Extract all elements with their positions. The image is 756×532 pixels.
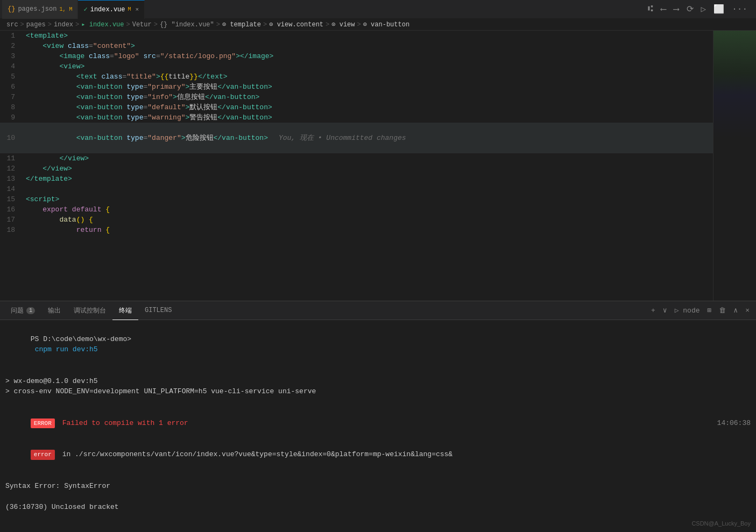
close-panel-icon[interactable]: ×	[743, 306, 752, 316]
open-changes-icon[interactable]: ⟳	[684, 3, 696, 16]
code-line: <van-button type="default">默认按钮</van-but…	[22, 102, 713, 112]
list-item: > cross-env NODE_ENV=development UNI_PLA…	[5, 386, 751, 397]
line-number: 2	[0, 41, 22, 51]
line-number: 11	[0, 153, 22, 164]
tab-terminal[interactable]: 终端	[112, 301, 138, 320]
breadcrumb-vetur[interactable]: Vetur	[132, 21, 152, 29]
tab-bar: {} pages.json 1, M ✓ index.vue M × ⑆ ⟵ ⟶…	[0, 0, 756, 19]
breadcrumb-vanbutton[interactable]: ⊙ van-button	[363, 20, 409, 29]
breadcrumb-indexvue2[interactable]: {} "index.vue"	[160, 21, 214, 29]
code-line	[22, 184, 713, 194]
code-line: <van-button type="info">信息按钮</van-button…	[22, 92, 713, 102]
line-number: 8	[0, 102, 22, 112]
terminal-content[interactable]: PS D:\code\demo\wx-demo> cnpm run dev:h5…	[0, 320, 756, 532]
code-panel[interactable]: 1 <template> 2 <view class="content"> 3 …	[0, 31, 713, 301]
line-number: 5	[0, 72, 22, 82]
table-row: 13 </template>	[0, 174, 713, 184]
error-badge: ERROR	[31, 418, 55, 429]
code-table: 1 <template> 2 <view class="content"> 3 …	[0, 31, 713, 235]
code-line: </view>	[22, 153, 713, 164]
list-item	[5, 491, 751, 502]
tab-close-btn[interactable]: ×	[136, 6, 139, 13]
table-row: 9 <van-button type="warning">警告按钮</van-b…	[0, 112, 713, 123]
table-row: 3 <image class="logo" src="/static/logo.…	[0, 51, 713, 61]
panel-tabs-right: + ∨ ▷ node ⊞ 🗑 ∧ ×	[649, 305, 752, 316]
breadcrumb-template[interactable]: ⊙ template	[222, 20, 261, 29]
tab-debug-console[interactable]: 调试控制台	[67, 301, 112, 320]
list-item: 34 |	[5, 523, 751, 533]
line-number: 13	[0, 174, 22, 184]
line-number: 3	[0, 51, 22, 61]
code-line: <template>	[22, 31, 713, 41]
new-terminal-btn[interactable]: +	[649, 306, 658, 316]
open-file-icon[interactable]: ▷	[699, 3, 709, 16]
go-back-icon[interactable]: ⟵	[659, 3, 668, 16]
code-line: <van-button type="warning">警告按钮</van-but…	[22, 112, 713, 123]
code-line: <script>	[22, 194, 713, 204]
chevron-down-icon[interactable]: ∨	[661, 305, 669, 316]
table-row: 1 <template>	[0, 31, 713, 41]
trash-icon[interactable]: 🗑	[717, 306, 728, 316]
code-line: <view>	[22, 61, 713, 72]
table-row: 18 return {	[0, 225, 713, 235]
list-item: Syntax Error: SyntaxError	[5, 481, 751, 492]
list-item: ERROR Failed to compile with 1 error14:0…	[5, 407, 751, 439]
tab-label-pages-json: pages.json	[18, 5, 56, 13]
split-terminal-icon[interactable]: ⊞	[705, 305, 714, 316]
line-number: 15	[0, 194, 22, 204]
breadcrumb-pages[interactable]: pages	[26, 21, 46, 29]
line-number: 17	[0, 215, 22, 225]
bottom-panel: 问题 1 输出 调试控制台 终端 GITLENS + ∨ ▷ node ⊞ 🗑 …	[0, 301, 756, 532]
table-row: 12 </view>	[0, 164, 713, 174]
table-row: 14	[0, 184, 713, 194]
code-line: return {	[22, 225, 713, 235]
breadcrumb-index[interactable]: index	[54, 21, 73, 29]
code-line: <image class="logo" src="/static/logo.pn…	[22, 51, 713, 61]
breadcrumb-view[interactable]: ⊙ view	[331, 20, 355, 29]
vue-icon: ✓	[83, 5, 87, 13]
chevron-up-icon[interactable]: ∧	[731, 305, 740, 316]
line-number: 6	[0, 82, 22, 92]
more-actions-icon[interactable]: ···	[730, 3, 750, 15]
table-row: 5 <text class="title">{{title}}</text>	[0, 72, 713, 82]
code-line: export default {	[22, 204, 713, 215]
table-row: 4 <view>	[0, 61, 713, 72]
table-row: 7 <van-button type="info">信息按钮</van-butt…	[0, 92, 713, 102]
line-number: 7	[0, 92, 22, 102]
code-line: <van-button type="primary">主要按钮</van-but…	[22, 82, 713, 92]
table-row: 15 <script>	[0, 194, 713, 204]
tab-output[interactable]: 输出	[41, 301, 67, 320]
split-view-icon[interactable]: ⬜	[711, 3, 726, 16]
list-item: > wx-demo@0.1.0 dev:h5	[5, 376, 751, 387]
code-line: <text class="title">{{title}}</text>	[22, 72, 713, 82]
minimap	[713, 31, 756, 301]
list-item: error in ./src/wxcomponents/vant/icon/in…	[5, 439, 751, 471]
table-row: 8 <van-button type="default">默认按钮</van-b…	[0, 102, 713, 112]
watermark: CSDN@A_Lucky_Boy	[691, 520, 751, 527]
tab-index-vue[interactable]: ✓ index.vue M ×	[78, 0, 145, 19]
table-row: 6 <van-button type="primary">主要按钮</van-b…	[0, 82, 713, 92]
table-row: 16 export default {	[0, 204, 713, 215]
tab-modified-vue: M	[128, 6, 131, 12]
tab-gitlens[interactable]: GITLENS	[138, 301, 178, 320]
line-number: 16	[0, 204, 22, 215]
run-node-btn[interactable]: ▷ node	[673, 305, 702, 316]
go-forward-icon[interactable]: ⟶	[672, 3, 681, 16]
code-line: <van-button type="danger">危险按钮</van-butt…	[22, 123, 713, 153]
json-icon: {}	[8, 5, 15, 13]
list-item: PS D:\code\demo\wx-demo> cnpm run dev:h5	[5, 323, 751, 365]
breadcrumb-indexvue[interactable]: ▸ index.vue	[81, 20, 124, 29]
tab-problems[interactable]: 问题 1	[4, 301, 41, 320]
line-number: 1	[0, 31, 22, 41]
breadcrumb: src > pages > index > ▸ index.vue > Vetu…	[0, 19, 756, 31]
code-line: </view>	[22, 164, 713, 174]
line-number: 4	[0, 61, 22, 72]
split-editor-icon[interactable]: ⑆	[646, 3, 655, 15]
line-number: 10	[0, 123, 22, 153]
breadcrumb-viewcontent[interactable]: ⊙ view.content	[269, 20, 323, 29]
tab-pages-json[interactable]: {} pages.json 1, M	[2, 0, 78, 19]
table-row: 11 </view>	[0, 153, 713, 164]
table-row: 10 <van-button type="danger">危险按钮</van-b…	[0, 123, 713, 153]
line-number: 9	[0, 112, 22, 123]
breadcrumb-src[interactable]: src	[6, 21, 18, 29]
